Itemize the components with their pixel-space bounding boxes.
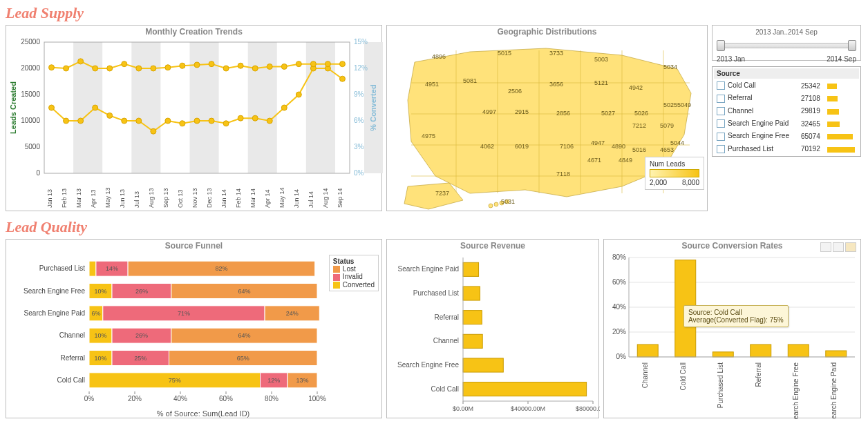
checkbox-icon[interactable]	[717, 145, 725, 153]
svg-text:7118: 7118	[556, 171, 570, 177]
svg-text:75%: 75%	[169, 377, 181, 384]
svg-point-52	[209, 118, 214, 124]
svg-point-78	[281, 64, 287, 69]
svg-text:26%: 26%	[135, 288, 148, 295]
svg-text:Jan 13: Jan 13	[46, 189, 53, 208]
checkbox-icon[interactable]	[717, 107, 725, 115]
time-slider[interactable]	[717, 36, 856, 59]
section-lead-supply-title: Lead Supply	[6, 4, 862, 22]
svg-text:5034: 5034	[663, 64, 677, 70]
checkbox-icon[interactable]	[717, 133, 725, 141]
source-name: Search Engine Free	[728, 132, 789, 139]
svg-text:4062: 4062	[480, 143, 494, 150]
svg-text:Search Engine Paid: Search Engine Paid	[398, 265, 459, 273]
svg-text:Sep 13: Sep 13	[162, 188, 169, 208]
svg-text:80%: 80%	[612, 253, 626, 261]
svg-text:Search Engine Paid: Search Engine Paid	[830, 362, 838, 419]
source-row[interactable]: Channel29819	[714, 106, 859, 117]
slider-handle-left[interactable]	[717, 40, 725, 51]
panel-source-revenue: Source Revenue Search Engine PaidPurchas…	[386, 239, 599, 418]
svg-point-63	[64, 66, 69, 71]
source-value: 65074	[797, 130, 822, 142]
chart-source-conversion[interactable]: 0%20%40%60%80%ChannelCold CallPurchased …	[604, 252, 862, 419]
panel-source-conversion: Source Conversion Rates 0%20%40%60%80%Ch…	[603, 239, 861, 418]
svg-text:5049: 5049	[677, 101, 691, 108]
svg-text:Mar 14: Mar 14	[249, 188, 256, 208]
svg-text:2915: 2915	[515, 108, 529, 115]
chart-monthly-trends[interactable]: 05000100001500020000250000%3%6%9%12%15%L…	[6, 38, 383, 212]
svg-point-58	[296, 92, 301, 97]
svg-point-69	[151, 66, 156, 71]
svg-text:5015: 5015	[498, 50, 511, 57]
svg-point-64	[78, 59, 84, 64]
svg-text:Cold Call: Cold Call	[57, 376, 85, 384]
svg-point-45	[107, 113, 113, 118]
svg-point-49	[165, 118, 171, 124]
svg-text:5121: 5121	[594, 79, 608, 86]
svg-point-41	[49, 105, 55, 110]
svg-text:Jun 13: Jun 13	[119, 189, 126, 208]
svg-point-47	[136, 118, 142, 124]
svg-text:Search Engine Free: Search Engine Free	[23, 287, 85, 295]
chart-source-revenue[interactable]: Search Engine PaidPurchased ListReferral…	[387, 252, 600, 419]
svg-text:20%: 20%	[128, 395, 142, 402]
svg-text:4997: 4997	[482, 108, 496, 115]
source-value: 29819	[797, 106, 822, 117]
svg-text:5000: 5000	[25, 143, 41, 150]
conversion-toolbar	[820, 242, 856, 252]
svg-point-56	[267, 118, 272, 124]
svg-text:3656: 3656	[549, 81, 563, 88]
checkbox-icon[interactable]	[717, 95, 725, 103]
section-lead-quality-title: Lead Quality	[6, 218, 862, 236]
geo-legend-max: 8,000	[682, 179, 699, 186]
svg-text:64%: 64%	[238, 288, 250, 295]
svg-rect-196	[463, 358, 503, 372]
svg-text:60%: 60%	[612, 278, 626, 286]
svg-point-44	[93, 105, 98, 110]
svg-point-65	[93, 66, 98, 71]
tooltip-line2: Average(Converted Flag): 75%	[688, 316, 784, 324]
svg-point-67	[122, 61, 127, 67]
source-name: Cold Call	[728, 81, 756, 89]
checkbox-icon[interactable]	[717, 81, 725, 90]
svg-text:Channel: Channel	[641, 362, 649, 388]
maximize-icon[interactable]	[833, 242, 844, 252]
svg-text:Jul 14: Jul 14	[308, 191, 314, 208]
svg-text:Sep 14: Sep 14	[337, 188, 343, 208]
svg-text:0%: 0%	[84, 395, 95, 402]
svg-text:10000: 10000	[21, 117, 40, 124]
svg-text:0%: 0%	[616, 353, 627, 360]
svg-text:Jun 14: Jun 14	[293, 189, 300, 208]
svg-text:12%: 12%	[354, 64, 368, 72]
checkbox-icon[interactable]	[717, 119, 725, 128]
edit-icon[interactable]	[845, 242, 856, 252]
grid-icon[interactable]	[820, 242, 831, 252]
svg-text:Cold Call: Cold Call	[679, 362, 687, 391]
source-row[interactable]: Purchased List70192	[714, 144, 859, 155]
panel-monthly-trends: Monthly Creation Trends 0500010000150002…	[6, 25, 382, 211]
svg-text:Referral: Referral	[60, 354, 85, 362]
svg-text:Nov 13: Nov 13	[191, 188, 198, 208]
chart-source-funnel[interactable]: Purchased List14%82%Search Engine Free10…	[6, 252, 383, 419]
source-row[interactable]: Referral27108	[714, 93, 859, 104]
funnel-title: Source Funnel	[6, 240, 381, 252]
svg-text:7237: 7237	[435, 190, 449, 197]
source-row[interactable]: Search Engine Free65074	[714, 130, 859, 142]
svg-text:65%: 65%	[237, 355, 249, 362]
svg-text:0%: 0%	[354, 169, 364, 177]
svg-text:Feb 14: Feb 14	[235, 188, 242, 208]
source-minibar	[827, 109, 839, 115]
svg-text:71%: 71%	[178, 310, 190, 317]
slider-handle-right[interactable]	[848, 40, 856, 51]
source-value: 32465	[797, 118, 822, 129]
svg-text:6019: 6019	[515, 143, 529, 150]
svg-rect-221	[713, 352, 733, 357]
svg-rect-225	[788, 344, 809, 357]
svg-point-61	[339, 76, 345, 81]
svg-text:3733: 3733	[549, 50, 563, 57]
svg-point-55	[252, 115, 258, 121]
source-row[interactable]: Cold Call25342	[714, 80, 859, 91]
svg-text:10%: 10%	[94, 355, 106, 362]
source-row[interactable]: Search Engine Paid32465	[714, 118, 859, 129]
svg-text:12%: 12%	[267, 377, 280, 384]
